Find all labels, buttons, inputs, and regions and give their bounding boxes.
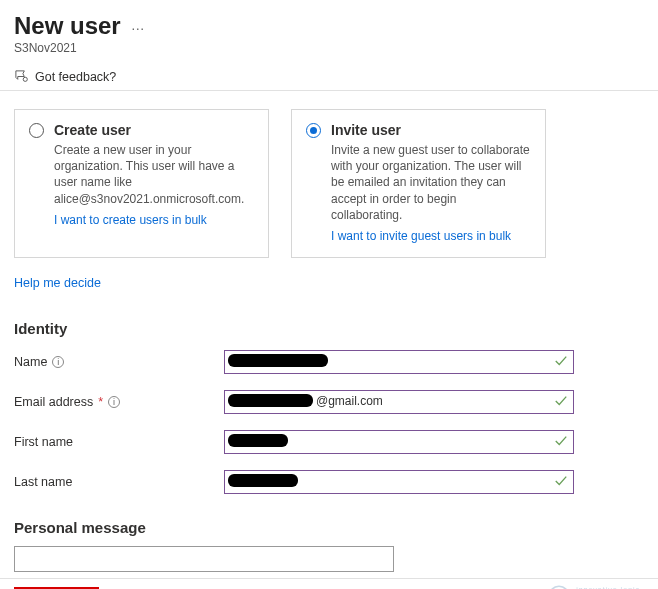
email-input[interactable]	[224, 390, 574, 414]
create-user-radio[interactable]	[29, 123, 44, 138]
personal-message-heading: Personal message	[14, 519, 644, 536]
identity-heading: Identity	[14, 320, 644, 337]
create-bulk-link[interactable]: I want to create users in bulk	[54, 213, 207, 227]
invite-bulk-link[interactable]: I want to invite guest users in bulk	[331, 229, 511, 243]
first-name-input[interactable]	[224, 430, 574, 454]
name-input[interactable]	[224, 350, 574, 374]
page-title: New user	[14, 12, 121, 40]
feedback-label: Got feedback?	[35, 70, 116, 84]
last-name-input[interactable]	[224, 470, 574, 494]
more-icon[interactable]: …	[131, 17, 145, 37]
email-label: Email address	[14, 395, 93, 409]
first-name-label: First name	[14, 435, 73, 449]
invite-user-radio[interactable]	[306, 123, 321, 138]
check-icon	[554, 434, 568, 448]
create-user-title: Create user	[54, 122, 131, 138]
feedback-link[interactable]: Got feedback?	[14, 69, 644, 90]
watermark: innovative logic inogic	[546, 583, 640, 589]
check-icon	[554, 474, 568, 488]
required-indicator: *	[98, 395, 103, 409]
invite-user-title: Invite user	[331, 122, 401, 138]
invite-user-desc: Invite a new guest user to collaborate w…	[331, 142, 531, 223]
create-user-desc: Create a new user in your organization. …	[54, 142, 254, 207]
help-me-decide-link[interactable]: Help me decide	[14, 276, 101, 290]
last-name-label: Last name	[14, 475, 72, 489]
feedback-icon	[14, 69, 29, 84]
name-label: Name	[14, 355, 47, 369]
personal-message-input[interactable]	[14, 546, 394, 572]
create-user-card[interactable]: Create user Create a new user in your or…	[14, 109, 269, 258]
invite-user-card[interactable]: Invite user Invite a new guest user to c…	[291, 109, 546, 258]
check-icon	[554, 354, 568, 368]
page-subtitle: S3Nov2021	[14, 41, 644, 55]
svg-point-0	[23, 77, 27, 81]
check-icon	[554, 394, 568, 408]
info-icon[interactable]: i	[52, 356, 64, 368]
info-icon[interactable]: i	[108, 396, 120, 408]
divider	[0, 90, 658, 91]
